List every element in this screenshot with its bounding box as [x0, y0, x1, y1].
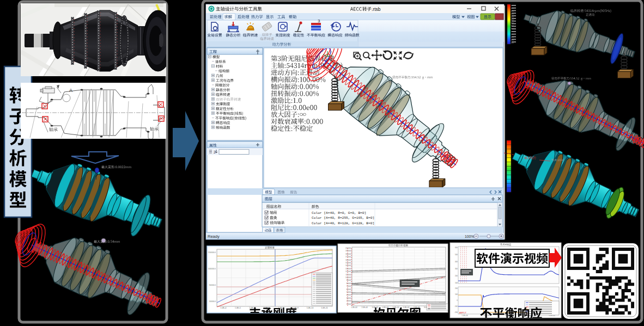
svg-text:30000: 30000	[347, 297, 351, 299]
svg-text:200: 200	[455, 275, 458, 277]
svg-text:100000: 100000	[345, 276, 351, 279]
svg-text:500: 500	[455, 254, 458, 256]
svg-text:20000: 20000	[347, 300, 351, 302]
svg-text:1.0E+04: 1.0E+04	[461, 315, 468, 317]
svg-text:10000.0: 10000.0	[209, 300, 216, 303]
svg-text:1.0E+04: 1.0E+04	[351, 306, 357, 309]
svg-text:150000: 150000	[345, 262, 351, 264]
svg-text:40000: 40000	[347, 294, 351, 296]
svg-text:Color [A=40, R=128, G=128, B=0: Color [A=40, R=128, G=128, B=0]	[312, 222, 374, 225]
svg-text:1.0E+11: 1.0E+11	[321, 307, 328, 309]
svg-text:300: 300	[455, 268, 458, 270]
svg-text:110000: 110000	[345, 274, 351, 276]
svg-text:3: 3	[318, 19, 320, 23]
svg-text:140000: 140000	[345, 265, 351, 267]
svg-text:1.0E+4: 1.0E+4	[221, 307, 227, 309]
svg-text:AMPLIT: AMPLIT	[459, 312, 467, 314]
svg-text:2.0E+04: 2.0E+04	[361, 306, 368, 309]
svg-text:190000: 190000	[345, 250, 351, 252]
svg-text:1.0E+10: 1.0E+10	[307, 307, 314, 309]
svg-text:Ready: Ready	[208, 234, 220, 239]
svg-text:150000.0: 150000.0	[208, 251, 216, 254]
svg-text:100: 100	[455, 282, 458, 284]
svg-text:1.0E+5: 1.0E+5	[235, 307, 241, 309]
svg-text:.rtsb: .rtsb	[372, 7, 381, 12]
svg-text:180000: 180000	[345, 253, 351, 255]
svg-text:200: 200	[455, 287, 458, 290]
svg-text:600: 600	[455, 247, 458, 249]
svg-text:170000: 170000	[345, 256, 351, 258]
svg-text:-100: -100	[454, 305, 458, 307]
svg-text:400: 400	[455, 261, 458, 263]
svg-text:6.0E+04: 6.0E+04	[403, 306, 410, 309]
svg-text:-200: -200	[454, 311, 458, 313]
svg-text:A: A	[69, 88, 72, 93]
svg-text:60000: 60000	[347, 288, 351, 291]
svg-text:80000: 80000	[347, 282, 351, 285]
svg-text:Color [A=40, R=255, G=165, B=0: Color [A=40, R=255, G=165, B=0]	[312, 216, 374, 220]
svg-text:200000: 200000	[345, 247, 351, 249]
svg-text:100: 100	[455, 293, 458, 296]
svg-text:70000: 70000	[347, 285, 351, 287]
svg-text:160000: 160000	[345, 259, 351, 261]
svg-text:100000.0: 100000.0	[208, 268, 216, 270]
svg-text:100%: 100%	[465, 235, 474, 238]
svg-text:50000: 50000	[347, 291, 351, 293]
svg-text:120000: 120000	[345, 270, 351, 273]
svg-text:90000: 90000	[347, 279, 351, 281]
svg-text:10000: 10000	[347, 303, 351, 305]
svg-text:50000.0: 50000.0	[209, 284, 216, 286]
svg-text:130000: 130000	[345, 268, 351, 270]
svg-text:Color [A=40, R=0, G=0, B=0]: Color [A=40, R=0, G=0, B=0]	[312, 211, 366, 215]
